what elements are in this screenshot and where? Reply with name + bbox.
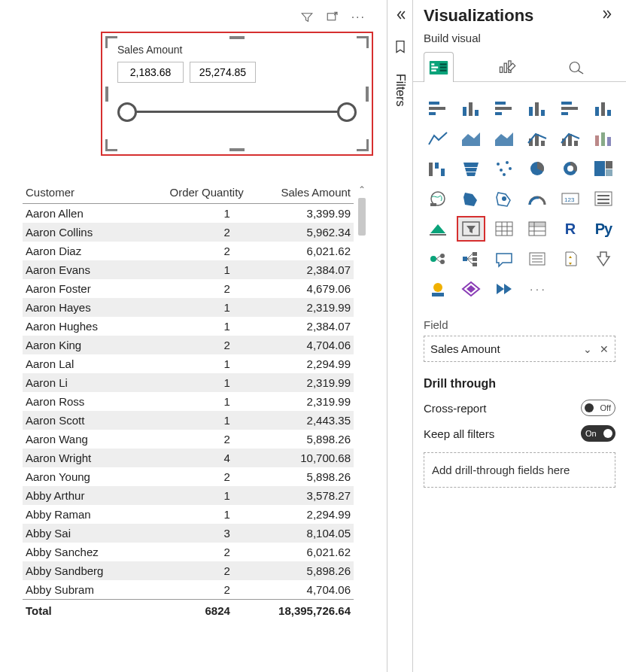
- viz-type-r-visual[interactable]: R: [556, 216, 585, 242]
- chevron-down-icon[interactable]: ⌄: [583, 343, 592, 355]
- table-row[interactable]: Aaron King24,704.06: [23, 336, 354, 354]
- table-row[interactable]: Aaron Young25,898.26: [23, 467, 354, 486]
- viz-type-area[interactable]: [457, 126, 485, 151]
- viz-type-qna[interactable]: [490, 246, 518, 272]
- viz-type-waterfall[interactable]: [424, 156, 452, 181]
- table-row[interactable]: Aaron Foster24,679.06: [23, 279, 354, 298]
- field-well[interactable]: Sales Amount ⌄ ✕: [424, 336, 615, 362]
- viz-type-power-automate[interactable]: [490, 276, 518, 302]
- viz-type-arc-gis[interactable]: [424, 276, 452, 302]
- tab-build-visual[interactable]: [424, 52, 454, 82]
- viz-type-treemap[interactable]: [589, 156, 618, 181]
- table-row[interactable]: Aaron Lal12,294.99: [23, 354, 354, 373]
- filters-label[interactable]: Filters: [394, 74, 407, 107]
- viz-type-100-stacked-column[interactable]: [589, 96, 618, 121]
- table-row[interactable]: Aaron Hughes12,384.07: [23, 317, 354, 336]
- remove-field-icon[interactable]: ✕: [600, 343, 609, 355]
- table-row[interactable]: Aaron Scott12,443.35: [23, 411, 354, 430]
- resize-handle[interactable]: [357, 36, 369, 48]
- viz-type-donut[interactable]: [556, 156, 585, 181]
- table-row[interactable]: Abby Arthur13,578.27: [23, 486, 354, 505]
- col-sales-amount[interactable]: Sales Amount: [247, 181, 354, 204]
- viz-type-stacked-column[interactable]: [457, 96, 485, 121]
- resize-handle[interactable]: [357, 139, 369, 151]
- expand-icon[interactable]: [600, 7, 615, 25]
- tab-format-visual[interactable]: [493, 52, 523, 82]
- drill-drop-zone[interactable]: Add drill-through fields here: [424, 452, 615, 488]
- filter-icon[interactable]: [300, 11, 314, 27]
- table-row[interactable]: Aaron Evans12,384.07: [23, 260, 354, 279]
- viz-type-python-visual[interactable]: Py: [589, 216, 618, 242]
- col-customer[interactable]: Customer: [23, 181, 137, 204]
- viz-type-paginated[interactable]: [556, 246, 585, 272]
- viz-type-kpi[interactable]: [424, 216, 452, 242]
- scroll-up-icon[interactable]: ⌃: [358, 184, 366, 195]
- table-row[interactable]: Aaron Li12,319.99: [23, 373, 354, 392]
- svg-rect-57: [606, 169, 612, 176]
- viz-type-stacked-area[interactable]: [490, 126, 518, 151]
- table-scrollbar[interactable]: ⌃: [357, 181, 367, 622]
- viz-type-map[interactable]: [424, 186, 452, 211]
- viz-type-filled-map[interactable]: [457, 186, 485, 211]
- scroll-thumb[interactable]: [358, 198, 366, 236]
- table-row[interactable]: Abby Sandberg25,898.26: [23, 561, 354, 580]
- viz-type-metrics[interactable]: [589, 246, 618, 272]
- viz-type-decomposition-tree[interactable]: [457, 246, 485, 272]
- viz-type-multi-row-card[interactable]: [589, 186, 618, 211]
- viz-type-line-stacked-column[interactable]: [523, 126, 552, 151]
- table-row[interactable]: Aaron Hayes12,319.99: [23, 298, 354, 317]
- viz-type-line[interactable]: [424, 126, 452, 151]
- collapse-icon[interactable]: [393, 8, 408, 26]
- slider-thumb-max[interactable]: [337, 102, 357, 122]
- slicer-range-slider[interactable]: [117, 101, 357, 123]
- resize-handle[interactable]: [105, 139, 117, 151]
- table-row[interactable]: Abby Raman12,294.99: [23, 505, 354, 524]
- keep-filters-toggle[interactable]: On: [581, 425, 615, 442]
- resize-handle[interactable]: [366, 87, 369, 102]
- viz-type-scatter[interactable]: [490, 156, 518, 181]
- slicer-max-input[interactable]: [190, 62, 256, 83]
- viz-type-matrix[interactable]: [523, 216, 552, 242]
- viz-type-slicer[interactable]: [457, 216, 485, 242]
- viz-type-pie[interactable]: [523, 156, 552, 181]
- viz-type-key-influencers[interactable]: [424, 246, 452, 272]
- table-row[interactable]: Aaron Wright410,700.68: [23, 449, 354, 467]
- viz-type-gauge[interactable]: [523, 186, 552, 211]
- table-row[interactable]: Aaron Collins25,962.34: [23, 223, 354, 242]
- table-row[interactable]: Aaron Allen13,399.99: [23, 204, 354, 223]
- viz-type-power-apps[interactable]: [457, 276, 485, 302]
- table-row[interactable]: Abby Sai38,104.05: [23, 524, 354, 543]
- resize-handle[interactable]: [229, 36, 245, 39]
- viz-type-100-stacked-bar[interactable]: [556, 96, 585, 121]
- viz-type-smart-narrative[interactable]: [523, 246, 552, 272]
- slicer-visual[interactable]: Sales Amount: [101, 32, 373, 156]
- bookmark-icon[interactable]: [393, 39, 408, 57]
- col-order-qty[interactable]: Order Quantity: [137, 181, 246, 204]
- tab-analytics[interactable]: [562, 52, 592, 82]
- resize-handle[interactable]: [105, 87, 108, 102]
- slicer-min-input[interactable]: [117, 62, 184, 83]
- table-row[interactable]: Aaron Ross12,319.99: [23, 392, 354, 411]
- focus-mode-icon[interactable]: [326, 11, 339, 27]
- more-options-icon[interactable]: ···: [351, 11, 366, 27]
- viz-type-line-clustered-column[interactable]: [556, 126, 585, 151]
- viz-type-azure-map[interactable]: [490, 186, 518, 211]
- viz-type-stacked-bar[interactable]: [424, 96, 452, 121]
- table-visual[interactable]: ⌃ Customer Order Quantity Sales Amount A…: [23, 181, 354, 622]
- viz-type-funnel[interactable]: [457, 156, 485, 181]
- viz-type-more-visuals[interactable]: · · ·: [523, 276, 552, 302]
- table-row[interactable]: Abby Sanchez26,021.62: [23, 543, 354, 561]
- viz-type-clustered-column[interactable]: [523, 96, 552, 121]
- resize-handle[interactable]: [229, 148, 245, 151]
- resize-handle[interactable]: [105, 36, 117, 48]
- slider-thumb-min[interactable]: [117, 102, 137, 122]
- viz-type-table[interactable]: [490, 216, 518, 242]
- viz-type-card[interactable]: 123: [556, 186, 585, 211]
- svg-rect-59: [430, 203, 436, 206]
- viz-type-ribbon[interactable]: [589, 126, 618, 151]
- viz-type-clustered-bar[interactable]: [490, 96, 518, 121]
- cross-report-toggle[interactable]: Off: [581, 400, 615, 416]
- table-row[interactable]: Aaron Diaz26,021.62: [23, 242, 354, 260]
- table-row[interactable]: Abby Subram24,704.06: [23, 580, 354, 600]
- table-row[interactable]: Aaron Wang25,898.26: [23, 430, 354, 449]
